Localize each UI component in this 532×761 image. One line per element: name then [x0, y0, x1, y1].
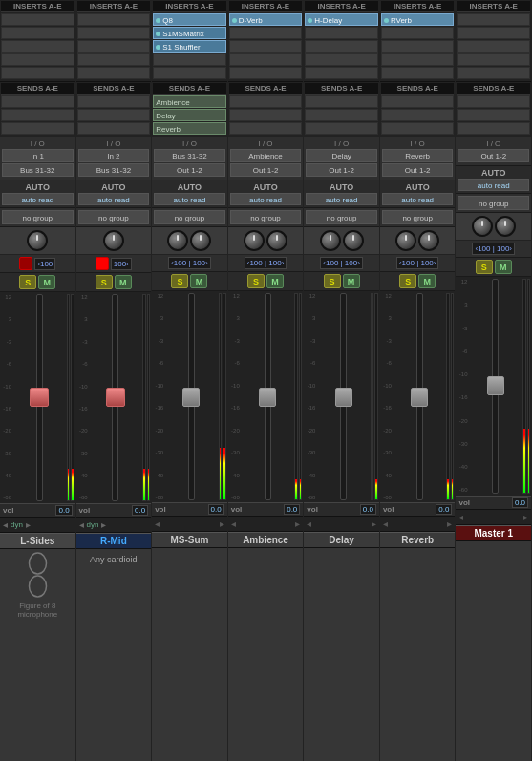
knob-1[interactable] [495, 216, 516, 237]
mute-button[interactable]: M [115, 275, 132, 289]
knob-1[interactable] [343, 230, 364, 251]
send-slot-2[interactable] [457, 122, 530, 135]
io-out-select[interactable]: Bus 31-32 [78, 163, 150, 177]
send-slot-2[interactable] [1, 122, 74, 135]
insert-slot-4[interactable] [305, 67, 378, 79]
io-out-select[interactable]: Out 1-2 [230, 163, 302, 177]
group-select[interactable]: no group [230, 210, 302, 224]
dyn-arrow-right[interactable]: ▸ [447, 518, 452, 529]
io-in-select[interactable]: Reverb [382, 149, 454, 162]
io-out-select[interactable]: Out 1-2 [306, 163, 377, 177]
io-in-select[interactable]: In 2 [78, 149, 150, 162]
solo-button[interactable]: S [476, 260, 493, 274]
insert-slot-0[interactable] [1, 13, 74, 26]
knob-0[interactable] [472, 216, 493, 237]
knob-0[interactable] [27, 230, 48, 251]
insert-slot-1[interactable]: S1MSMatrix [153, 27, 226, 39]
solo-button[interactable]: S [324, 274, 341, 288]
dyn-arrow-left[interactable]: ◂ [383, 518, 388, 529]
fader-handle[interactable] [487, 376, 504, 395]
fader-rail[interactable] [265, 293, 271, 500]
send-slot-0[interactable]: Ambience [153, 95, 226, 108]
insert-slot-0[interactable]: RVerb [381, 13, 455, 26]
insert-slot-4[interactable] [77, 67, 151, 79]
insert-slot-1[interactable] [381, 27, 455, 39]
insert-slot-0[interactable] [457, 13, 530, 26]
insert-slot-2[interactable] [77, 40, 151, 53]
mute-button[interactable]: M [190, 274, 207, 288]
dyn-arrow-left[interactable]: ◂ [458, 512, 463, 522]
group-select[interactable]: no group [2, 210, 74, 224]
fader-handle[interactable] [106, 388, 125, 407]
insert-slot-2[interactable] [457, 40, 530, 53]
auto-mode-display[interactable]: auto read [78, 193, 150, 205]
insert-slot-3[interactable] [1, 53, 74, 66]
fader-handle[interactable] [30, 388, 49, 407]
mute-button[interactable]: M [38, 275, 55, 289]
insert-slot-2[interactable] [305, 40, 378, 53]
record-button[interactable] [96, 257, 109, 270]
knob-1[interactable] [418, 230, 439, 251]
fader-rail[interactable] [492, 279, 499, 494]
knob-1[interactable] [190, 230, 211, 251]
dyn-arrow-right[interactable]: ▸ [26, 519, 31, 530]
send-slot-2[interactable] [229, 122, 303, 135]
fader-handle[interactable] [182, 388, 200, 407]
send-slot-1[interactable] [305, 109, 378, 121]
io-out-select[interactable]: Out 1-2 [382, 163, 454, 177]
dyn-arrow-right[interactable]: ▸ [101, 519, 106, 530]
auto-mode-display[interactable]: auto read [154, 193, 225, 205]
insert-slot-3[interactable] [381, 53, 455, 66]
io-in-select[interactable]: Ambience [230, 149, 302, 162]
fader-rail[interactable] [188, 293, 195, 500]
io-in-select[interactable]: Delay [306, 149, 377, 162]
io-out-select[interactable]: Out 1-2 [154, 163, 225, 177]
send-slot-1[interactable] [229, 109, 303, 121]
send-slot-1[interactable] [381, 109, 455, 121]
group-select[interactable]: no group [154, 210, 225, 224]
send-slot-0[interactable] [381, 95, 455, 108]
dyn-arrow-right[interactable]: ▸ [295, 518, 300, 529]
send-slot-2[interactable] [77, 122, 151, 135]
insert-slot-1[interactable] [229, 27, 303, 39]
insert-slot-3[interactable] [153, 53, 226, 66]
auto-mode-display[interactable]: auto read [458, 179, 529, 191]
insert-slot-3[interactable] [305, 53, 378, 66]
insert-slot-0[interactable]: D-Verb [229, 13, 303, 26]
insert-slot-2[interactable]: S1 Shuffler [153, 40, 226, 53]
knob-0[interactable] [320, 230, 341, 251]
auto-mode-display[interactable]: auto read [306, 193, 377, 205]
send-slot-0[interactable] [1, 95, 74, 108]
solo-button[interactable]: S [171, 274, 188, 288]
insert-slot-1[interactable] [1, 27, 74, 39]
fader-rail[interactable] [112, 294, 118, 501]
fader-handle[interactable] [335, 388, 352, 407]
insert-slot-0[interactable]: Q8 [153, 13, 226, 26]
insert-slot-4[interactable] [229, 67, 303, 79]
send-slot-0[interactable] [229, 95, 303, 108]
dyn-arrow-right[interactable]: ▸ [372, 518, 376, 529]
fader-rail[interactable] [36, 294, 43, 501]
insert-slot-3[interactable] [229, 53, 303, 66]
mute-button[interactable]: M [343, 274, 360, 288]
insert-slot-1[interactable] [457, 27, 530, 39]
insert-slot-4[interactable] [1, 67, 74, 79]
solo-button[interactable]: S [19, 275, 36, 289]
fader-handle[interactable] [259, 388, 276, 407]
mute-button[interactable]: M [495, 260, 512, 274]
insert-slot-4[interactable] [381, 67, 455, 79]
fader-rail[interactable] [416, 293, 423, 500]
insert-slot-1[interactable] [305, 27, 378, 39]
send-slot-2[interactable] [305, 122, 378, 135]
solo-button[interactable]: S [399, 274, 416, 288]
solo-button[interactable]: S [247, 274, 265, 288]
group-select[interactable]: no group [382, 210, 454, 224]
group-select[interactable]: no group [78, 210, 150, 224]
insert-slot-0[interactable] [77, 13, 151, 26]
record-button[interactable] [19, 257, 32, 270]
dyn-arrow-right[interactable]: ▸ [523, 512, 528, 522]
insert-slot-4[interactable] [153, 67, 226, 79]
send-slot-1[interactable] [77, 109, 151, 121]
knob-1[interactable] [266, 230, 287, 251]
knob-0[interactable] [103, 230, 124, 251]
